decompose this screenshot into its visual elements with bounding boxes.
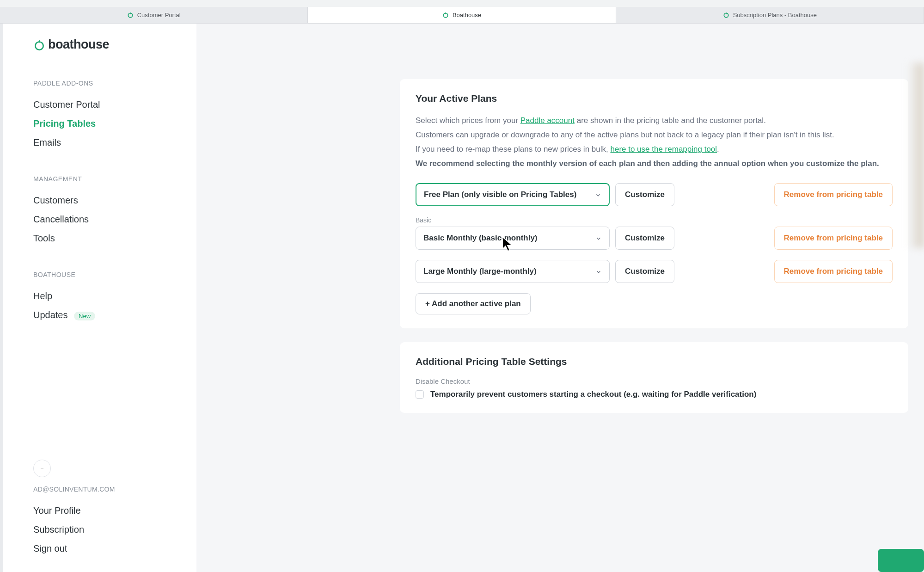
avatar: — <box>33 460 51 477</box>
disable-checkout-checkbox[interactable] <box>416 390 424 399</box>
tab-favicon-icon <box>127 12 134 18</box>
nav-item-profile[interactable]: Your Profile <box>33 501 173 520</box>
remove-button[interactable]: Remove from pricing table <box>774 183 893 206</box>
nav-item-updates[interactable]: Updates New <box>33 306 173 325</box>
right-edge-blur <box>908 63 924 248</box>
plan-select-basic[interactable]: Basic Monthly (basic-monthly) <box>416 227 610 250</box>
plan-row: Large Monthly (large-monthly) Customize … <box>416 260 893 283</box>
remapping-tool-link[interactable]: here to use the remapping tool <box>610 145 717 154</box>
tab-favicon-icon <box>442 12 449 18</box>
remove-button[interactable]: Remove from pricing table <box>774 260 893 283</box>
top-empty-bar <box>0 0 924 7</box>
nav-item-help[interactable]: Help <box>33 287 173 306</box>
plan-select-free[interactable]: Free Plan (only visible on Pricing Table… <box>416 183 610 206</box>
browser-tab-boathouse[interactable]: Boathouse <box>308 7 616 23</box>
customize-button[interactable]: Customize <box>615 183 674 206</box>
checkbox-row: Temporarily prevent customers starting a… <box>416 390 893 399</box>
card-title: Your Active Plans <box>416 93 893 104</box>
tab-favicon-icon <box>723 12 729 18</box>
nav-item-emails[interactable]: Emails <box>33 133 173 152</box>
nav-heading: MANAGEMENT <box>33 175 173 183</box>
new-badge: New <box>74 312 95 320</box>
desc-text: Select which prices from your <box>416 116 520 125</box>
nav-section-boathouse: BOATHOUSE Help Updates New <box>33 271 173 325</box>
content-area: Your Active Plans Select which prices fr… <box>196 24 924 572</box>
nav-section-addons: PADDLE ADD-ONS Customer Portal Pricing T… <box>33 80 173 152</box>
nav-item-signout[interactable]: Sign out <box>33 539 173 558</box>
checkbox-label: Temporarily prevent customers starting a… <box>430 390 756 399</box>
plan-row: Basic Monthly (basic-monthly) Customize … <box>416 227 893 250</box>
dropdown-value: Free Plan (only visible on Pricing Table… <box>424 190 576 199</box>
plan-group-label: Basic <box>416 216 893 224</box>
chevron-down-icon <box>595 235 602 241</box>
nav-section-management: MANAGEMENT Customers Cancellations Tools <box>33 175 173 248</box>
user-email: AD@SOLINVENTUM.COM <box>33 486 173 493</box>
desc-text: . <box>717 145 719 154</box>
boathouse-logo-icon <box>33 39 45 51</box>
nav-item-cancellations[interactable]: Cancellations <box>33 210 173 229</box>
plan-row: Free Plan (only visible on Pricing Table… <box>416 183 893 206</box>
tab-label: Boathouse <box>453 12 481 18</box>
nav-heading: PADDLE ADD-ONS <box>33 80 173 87</box>
brand-name: boathouse <box>48 37 109 52</box>
nav-item-tools[interactable]: Tools <box>33 229 173 248</box>
plan-select-large[interactable]: Large Monthly (large-monthly) <box>416 260 610 283</box>
tab-label: Customer Portal <box>137 12 181 18</box>
browser-tab-subscription-plans[interactable]: Subscription Plans - Boathouse <box>616 7 924 23</box>
remove-button[interactable]: Remove from pricing table <box>774 227 893 250</box>
active-plans-card: Your Active Plans Select which prices fr… <box>400 79 908 328</box>
nav-item-customers[interactable]: Customers <box>33 191 173 210</box>
nav-item-customer-portal[interactable]: Customer Portal <box>33 95 173 114</box>
paddle-account-link[interactable]: Paddle account <box>520 116 575 125</box>
browser-tab-customer-portal[interactable]: Customer Portal <box>0 7 308 23</box>
nav-item-pricing-tables[interactable]: Pricing Tables <box>33 114 173 133</box>
save-button-partial[interactable] <box>878 549 924 572</box>
dropdown-value: Large Monthly (large-monthly) <box>423 267 537 276</box>
nav-item-subscription[interactable]: Subscription <box>33 520 173 539</box>
chevron-down-icon <box>595 191 601 198</box>
nav-heading: BOATHOUSE <box>33 271 173 278</box>
desc-text: We recommend selecting the monthly versi… <box>416 157 893 170</box>
brand-logo: boathouse <box>33 37 173 52</box>
additional-settings-card: Additional Pricing Table Settings Disabl… <box>400 342 908 413</box>
add-plan-button[interactable]: + Add another active plan <box>416 293 531 314</box>
nav-item-label: Updates <box>33 310 68 320</box>
tab-label: Subscription Plans - Boathouse <box>733 12 817 18</box>
customize-button[interactable]: Customize <box>615 260 674 283</box>
desc-text: If you need to re-map these plans to new… <box>416 145 610 154</box>
dropdown-value: Basic Monthly (basic-monthly) <box>423 234 538 243</box>
desc-text: Customers can upgrade or downgrade to an… <box>416 129 893 141</box>
chevron-down-icon <box>595 268 602 275</box>
card-description: Select which prices from your Paddle acc… <box>416 114 893 170</box>
svg-point-3 <box>35 42 43 49</box>
desc-text: are shown in the pricing table and the c… <box>575 116 766 125</box>
browser-tabs: Customer Portal Boathouse Subscription P… <box>0 7 924 24</box>
card-title: Additional Pricing Table Settings <box>416 356 893 367</box>
customize-button[interactable]: Customize <box>615 227 674 250</box>
field-label: Disable Checkout <box>416 377 893 385</box>
sidebar: boathouse PADDLE ADD-ONS Customer Portal… <box>3 24 196 572</box>
